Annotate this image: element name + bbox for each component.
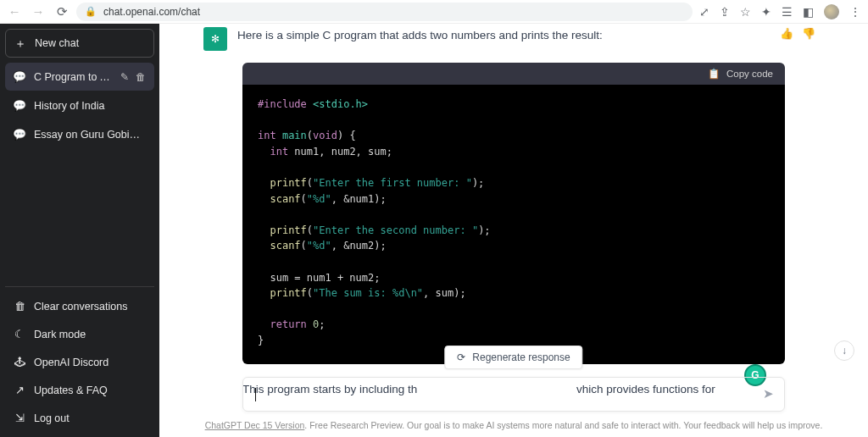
conversation-item[interactable]: 💬 C Program to Add Two ✎ 🗑 [5, 63, 154, 91]
clipboard-icon: 📋 [708, 68, 720, 80]
footer-disclaimer: ChatGPT Dec 15 Version. Free Research Pr… [159, 420, 868, 430]
copy-code-button[interactable]: Copy code [726, 69, 773, 79]
chat-icon: 💬 [14, 70, 25, 83]
scroll-to-bottom[interactable]: ↓ [834, 340, 854, 361]
regenerate-button[interactable]: ⟳ Regenerate response [444, 346, 582, 369]
label: OpenAI Discord [34, 357, 146, 368]
conversation-label: Essay on Guru Gobind Singh [34, 129, 146, 141]
chat-icon: 💬 [14, 128, 25, 141]
assistant-text: Here is a simple C program that adds two… [237, 27, 603, 45]
conversation-item[interactable]: 💬 Essay on Guru Gobind Singh [5, 120, 154, 148]
dark-mode[interactable]: ☾ Dark mode [5, 320, 154, 348]
menu-icon[interactable]: ⋮ [849, 5, 861, 19]
plus-icon: ＋ [14, 37, 26, 49]
browser-toolbar: ← → ⟳ 🔒 chat.openai.com/chat ⤢ ⇪ ☆ ✦ ☰ ◧… [0, 0, 868, 24]
send-icon[interactable]: ➤ [763, 386, 774, 401]
refresh-icon: ⟳ [457, 351, 465, 363]
conversation-label: C Program to Add Two [34, 71, 112, 83]
trash-icon: 🗑 [14, 300, 25, 313]
star-icon[interactable]: ☆ [740, 5, 751, 19]
reading-list-icon[interactable]: ☰ [782, 5, 793, 19]
lock-icon: 🔒 [85, 6, 97, 17]
address-bar[interactable]: 🔒 chat.openai.com/chat [76, 3, 693, 21]
extensions-icon[interactable]: ✦ [761, 5, 771, 19]
new-chat-button[interactable]: ＋ New chat [5, 29, 154, 58]
thumbs-down-icon[interactable]: 👎 [802, 27, 815, 40]
regenerate-label: Regenerate response [472, 351, 570, 363]
nav-back-icon[interactable]: ← [7, 4, 22, 19]
prompt-input[interactable]: ➤ [242, 377, 785, 412]
share-icon[interactable]: ⇪ [720, 5, 730, 19]
sidebar: ＋ New chat 💬 C Program to Add Two ✎ 🗑 💬 … [0, 24, 159, 437]
label: Dark mode [34, 329, 146, 340]
assistant-avatar: ✻ [203, 27, 227, 51]
link-icon: ↗ [14, 384, 25, 396]
label: Clear conversations [34, 301, 146, 313]
thumbs-up-icon[interactable]: 👍 [780, 27, 793, 40]
sidebar-bottom: 🗑 Clear conversations ☾ Dark mode 🕹 Open… [5, 286, 154, 432]
logout-icon: ⇲ [14, 412, 25, 424]
pencil-icon[interactable]: ✎ [120, 71, 129, 83]
label: Log out [34, 412, 146, 424]
version-link[interactable]: ChatGPT Dec 15 Version [205, 420, 305, 430]
trash-icon[interactable]: 🗑 [136, 71, 146, 83]
conversation-item[interactable]: 💬 History of India [5, 91, 154, 119]
conversation-list: 💬 C Program to Add Two ✎ 🗑 💬 History of … [5, 63, 154, 148]
new-chat-label: New chat [35, 37, 79, 49]
profile-avatar[interactable] [824, 4, 839, 19]
nav-forward-icon[interactable]: → [31, 4, 46, 19]
reload-icon[interactable]: ⟳ [54, 4, 70, 19]
url-text: chat.openai.com/chat [103, 6, 200, 18]
code-content: #include <stdio.h> int main(void) { int … [242, 85, 785, 364]
zoom-icon[interactable]: ⤢ [699, 5, 709, 19]
conversation-label: History of India [34, 100, 146, 112]
updates-faq[interactable]: ↗ Updates & FAQ [5, 376, 154, 404]
main-panel: ✻ Here is a simple C program that adds t… [159, 24, 868, 437]
code-block: 📋 Copy code #include <stdio.h> int main(… [242, 63, 785, 364]
label: Updates & FAQ [34, 384, 146, 396]
openai-discord[interactable]: 🕹 OpenAI Discord [5, 348, 154, 376]
side-panel-icon[interactable]: ◧ [803, 5, 814, 19]
clear-conversations[interactable]: 🗑 Clear conversations [5, 292, 154, 320]
moon-icon: ☾ [14, 328, 25, 340]
discord-icon: 🕹 [14, 356, 25, 368]
log-out[interactable]: ⇲ Log out [5, 404, 154, 432]
chat-icon: 💬 [14, 99, 25, 112]
